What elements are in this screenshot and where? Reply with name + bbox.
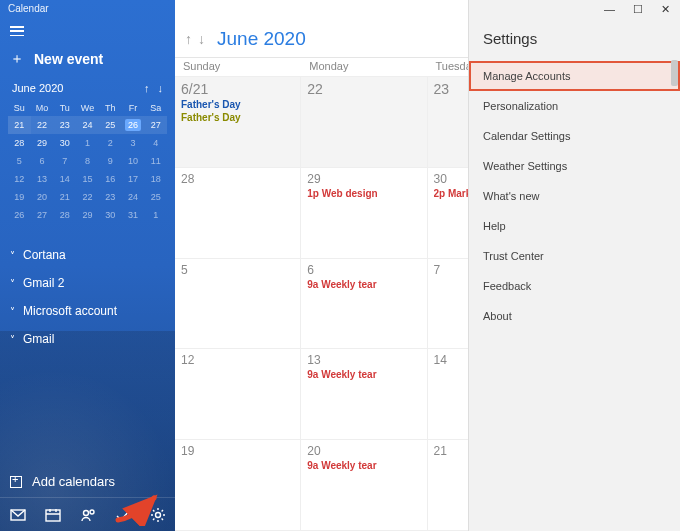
calendar-cell[interactable]: 6/21Father's DayFather's Day	[175, 77, 301, 168]
settings-item[interactable]: Weather Settings	[469, 151, 680, 181]
mini-calendar-day[interactable]: 28	[53, 206, 76, 224]
mini-calendar-day[interactable]: 10	[122, 152, 145, 170]
settings-item[interactable]: Feedback	[469, 271, 680, 301]
calendar-date-number: 6/21	[181, 81, 294, 97]
mini-calendar-day[interactable]: 1	[144, 206, 167, 224]
mini-calendar-day[interactable]: 1	[76, 134, 99, 152]
settings-item[interactable]: Calendar Settings	[469, 121, 680, 151]
calendar-cell[interactable]: 209a Weekly tear	[301, 440, 427, 531]
mini-calendar-day[interactable]: 18	[144, 170, 167, 188]
mini-calendar-day[interactable]: 26	[8, 206, 31, 224]
mini-calendar-day[interactable]: 4	[144, 134, 167, 152]
calendar-date-number: 22	[307, 81, 420, 97]
calendar-cell[interactable]: 5	[175, 259, 301, 350]
svg-point-3	[90, 510, 94, 514]
mini-calendar-day[interactable]: 22	[31, 116, 54, 134]
mini-calendar-day[interactable]: 5	[8, 152, 31, 170]
new-event-button[interactable]: ＋ New event	[0, 42, 175, 80]
mini-calendar-day[interactable]: 23	[53, 116, 76, 134]
mini-calendar-day[interactable]: 14	[53, 170, 76, 188]
add-calendars-label: Add calendars	[32, 474, 115, 489]
window-maximize-button[interactable]: ☐	[633, 3, 643, 20]
calendar-cell[interactable]: 139a Weekly tear	[301, 349, 427, 440]
hamburger-button[interactable]	[0, 20, 175, 42]
mini-calendar-prev-button[interactable]: ↑	[144, 82, 150, 94]
account-item[interactable]: ˅Microsoft account	[0, 298, 175, 324]
prev-period-button[interactable]: ↑	[185, 31, 192, 47]
account-item[interactable]: ˅Gmail 2	[0, 270, 175, 296]
account-item[interactable]: ˅Cortana	[0, 242, 175, 268]
calendar-cell[interactable]: 19	[175, 440, 301, 531]
calendar-event[interactable]: 1p Web design	[307, 188, 420, 199]
calendar-date-number: 20	[307, 444, 420, 458]
mini-calendar-day[interactable]: 30	[99, 206, 122, 224]
settings-item[interactable]: About	[469, 301, 680, 331]
mini-calendar-day[interactable]: 3	[122, 134, 145, 152]
calendar-cell[interactable]: 291p Web design	[301, 168, 427, 259]
settings-item[interactable]: Manage Accounts	[469, 61, 680, 91]
calendar-event[interactable]: 9a Weekly tear	[307, 369, 420, 380]
mini-calendar-day[interactable]: 29	[76, 206, 99, 224]
add-calendars-button[interactable]: Add calendars	[0, 466, 175, 497]
mini-calendar-day[interactable]: 16	[99, 170, 122, 188]
mini-calendar-month-label[interactable]: June 2020	[12, 82, 63, 94]
mini-calendar-day[interactable]: 17	[122, 170, 145, 188]
mini-calendar-day[interactable]: 25	[99, 116, 122, 134]
mini-calendar-day[interactable]: 25	[144, 188, 167, 206]
calendar-cell[interactable]: 69a Weekly tear	[301, 259, 427, 350]
mini-calendar-day[interactable]: 29	[31, 134, 54, 152]
mini-calendar-day[interactable]: 9	[99, 152, 122, 170]
todo-icon[interactable]	[114, 506, 132, 524]
calendar-icon[interactable]	[44, 506, 62, 524]
settings-item[interactable]: Personalization	[469, 91, 680, 121]
mail-icon[interactable]	[9, 506, 27, 524]
calendar-cell[interactable]: 12	[175, 349, 301, 440]
window-close-button[interactable]: ✕	[661, 3, 670, 20]
mini-calendar-day[interactable]: 2	[99, 134, 122, 152]
mini-calendar-next-button[interactable]: ↓	[158, 82, 164, 94]
mini-calendar-day[interactable]: 21	[8, 116, 31, 134]
settings-item[interactable]: Trust Center	[469, 241, 680, 271]
calendar-event[interactable]: 9a Weekly tear	[307, 460, 420, 471]
mini-calendar-day[interactable]: 7	[53, 152, 76, 170]
mini-calendar-day[interactable]: 19	[8, 188, 31, 206]
settings-gear-icon[interactable]	[149, 506, 167, 524]
window-minimize-button[interactable]: —	[604, 3, 615, 20]
account-item[interactable]: ˅Gmail	[0, 326, 175, 352]
mini-calendar-day[interactable]: 24	[122, 188, 145, 206]
mini-calendar-day[interactable]: 24	[76, 116, 99, 134]
calendar-event[interactable]: Father's Day	[181, 99, 294, 110]
chevron-down-icon: ˅	[10, 250, 15, 261]
mini-calendar-day[interactable]: 6	[31, 152, 54, 170]
mini-calendar-day[interactable]: 23	[99, 188, 122, 206]
weekday-header: Sunday	[175, 60, 301, 72]
people-icon[interactable]	[79, 506, 97, 524]
mini-calendar-day[interactable]: 12	[8, 170, 31, 188]
mini-calendar-day[interactable]: 20	[31, 188, 54, 206]
calendar-event[interactable]: Father's Day	[181, 112, 294, 123]
mini-calendar-day[interactable]: 13	[31, 170, 54, 188]
mini-calendar-day[interactable]: 21	[53, 188, 76, 206]
mini-calendar-day[interactable]: 30	[53, 134, 76, 152]
mini-calendar-day-header: Fr	[122, 100, 145, 116]
settings-item[interactable]: What's new	[469, 181, 680, 211]
mini-calendar-day[interactable]: 11	[144, 152, 167, 170]
mini-calendar-day[interactable]: 27	[144, 116, 167, 134]
mini-calendar-day[interactable]: 31	[122, 206, 145, 224]
calendar-date-number: 5	[181, 263, 294, 277]
mini-calendar-day[interactable]: 15	[76, 170, 99, 188]
svg-point-4	[155, 512, 160, 517]
weekday-header: Monday	[301, 60, 427, 72]
mini-calendar-day[interactable]: 26	[122, 116, 145, 134]
mini-calendar-day[interactable]: 8	[76, 152, 99, 170]
calendar-event[interactable]: 9a Weekly tear	[307, 279, 420, 290]
account-list: ˅Cortana˅Gmail 2˅Microsoft account˅Gmail	[0, 242, 175, 352]
mini-calendar-day[interactable]: 28	[8, 134, 31, 152]
mini-calendar-day[interactable]: 27	[31, 206, 54, 224]
mini-calendar-day[interactable]: 22	[76, 188, 99, 206]
calendar-cell[interactable]: 28	[175, 168, 301, 259]
settings-scrollbar-thumb[interactable]	[671, 60, 678, 86]
settings-item[interactable]: Help	[469, 211, 680, 241]
calendar-cell[interactable]: 22	[301, 77, 427, 168]
next-period-button[interactable]: ↓	[198, 31, 205, 47]
